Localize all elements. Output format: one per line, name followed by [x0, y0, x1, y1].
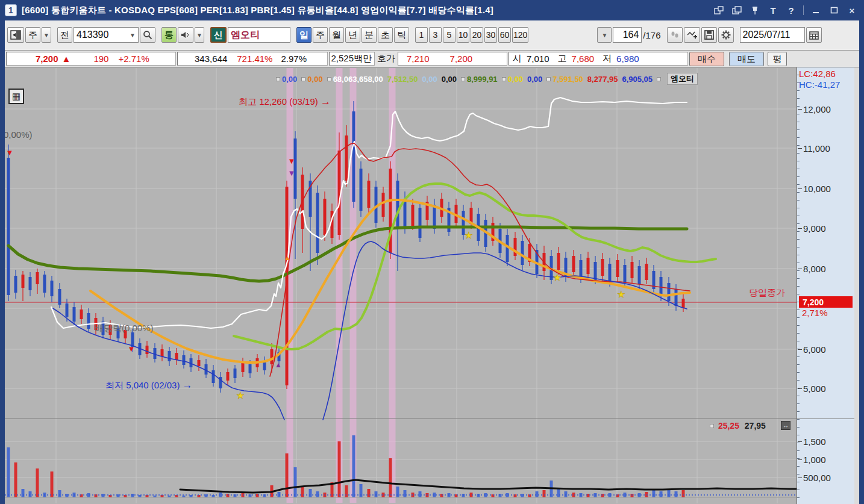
legend-value: 8,277,95: [587, 75, 618, 84]
stock-name-input[interactable]: 엠오티: [228, 27, 290, 43]
copy-window-icon[interactable]: [731, 4, 743, 16]
minute-30-button[interactable]: 30: [484, 27, 497, 43]
period-second-button[interactable]: 초: [378, 27, 393, 43]
legend-square-icon: [657, 77, 661, 81]
minute-3-button[interactable]: 3: [429, 27, 442, 43]
link-window-icon[interactable]: [713, 4, 725, 16]
candle-body: [146, 346, 149, 354]
chart-canvas[interactable]: ▼▼▼▼▲▲★★★★: [5, 67, 797, 504]
volume-bar: [352, 435, 355, 497]
tick-label: 12,000: [803, 104, 831, 114]
candle-body: [22, 275, 25, 288]
axis-tick: 11,000: [798, 143, 830, 154]
candle-body: [557, 253, 560, 270]
bar-total-label: /176: [643, 30, 660, 40]
sound-button[interactable]: [178, 27, 193, 43]
sell-button[interactable]: 매도: [729, 52, 764, 66]
search-button[interactable]: [140, 27, 155, 43]
volume-bar: [419, 491, 422, 497]
volume-value: 343,644: [195, 54, 227, 64]
titlebar[interactable]: 1 [6600] 통합키움차트 - KOSDAQ EPS[608] PER[11…: [0, 0, 864, 20]
minute-5-button[interactable]: 5: [443, 27, 455, 43]
right-strip: [854, 67, 859, 504]
minute-1-button[interactable]: 1: [415, 27, 428, 43]
volume-bar: [51, 471, 54, 497]
panel-toggle-button[interactable]: [7, 27, 24, 43]
calendar-button[interactable]: [806, 27, 822, 43]
shin-badge[interactable]: 신: [210, 27, 227, 43]
candle-body: [382, 193, 385, 217]
legend-value: 8,999,91: [467, 75, 498, 84]
volume-bar: [7, 447, 10, 497]
candle-body: [36, 272, 39, 284]
buy-button[interactable]: 매수: [689, 52, 724, 66]
legend-square-icon: [502, 77, 506, 81]
bar-count-input[interactable]: 164: [613, 27, 642, 43]
indicator-legend: 0,000,0068,063,658,007,512,500,000,008,9…: [276, 73, 698, 85]
period-year-button[interactable]: 년: [345, 27, 360, 43]
chart-marker: ★: [465, 230, 472, 240]
save-button[interactable]: [701, 27, 717, 43]
text-tool-icon[interactable]: T: [767, 4, 779, 16]
maximize-button[interactable]: [828, 4, 840, 16]
volume-expand-icon[interactable]: ↔: [781, 421, 790, 430]
footprint-button[interactable]: [667, 27, 683, 43]
prev-stock-button[interactable]: 전: [57, 27, 72, 43]
period-week-button[interactable]: 주: [313, 27, 328, 43]
settings-gear-button[interactable]: [718, 27, 734, 43]
minimize-button[interactable]: [810, 4, 822, 16]
candle-body: [682, 299, 685, 308]
sound-dropdown-icon[interactable]: ▼: [195, 27, 204, 43]
pin-icon[interactable]: [749, 4, 761, 16]
chart-marker: ★: [236, 390, 244, 400]
tick-label: 6,000: [803, 344, 826, 355]
close-button[interactable]: ×: [846, 4, 858, 16]
chart-marker: ▼: [288, 169, 296, 178]
chart-marker: ▼: [128, 344, 136, 353]
minute-120-button[interactable]: 120: [512, 27, 528, 43]
candle-body: [175, 353, 178, 360]
period-month-button[interactable]: 월: [329, 27, 344, 43]
legend-value: 0,00: [307, 75, 322, 84]
minute-20-button[interactable]: 20: [471, 27, 483, 43]
price-change-cell: 7,200 ▲ 190 +2.71%: [6, 52, 176, 66]
avg-button[interactable]: 평: [768, 52, 787, 66]
volume-value-red: 25,25: [718, 421, 739, 431]
volume-bar: [404, 490, 407, 497]
legend-square-icon: [327, 77, 331, 81]
grid-icon[interactable]: ▦: [8, 89, 24, 104]
add-indicator-button[interactable]: [684, 27, 700, 43]
axis-tick: 8,000: [798, 263, 826, 274]
hoga-cell: 7,210 7,200: [398, 52, 507, 66]
tong-button[interactable]: 통: [161, 27, 177, 43]
hc-value: HC:-41,27: [799, 79, 840, 90]
code-dropdown-icon[interactable]: ▼: [130, 32, 136, 39]
hoga-label: 호가: [377, 53, 395, 64]
volume-bar: [309, 489, 312, 497]
candle-body: [324, 199, 327, 235]
cycle-dropdown-icon[interactable]: ▼: [42, 27, 51, 43]
candle-body: [14, 276, 17, 293]
price-info-bar: 7,200 ▲ 190 +2.71% 343,644 721.41% 2.97%…: [5, 51, 859, 67]
cycle-button[interactable]: 주: [25, 27, 40, 43]
ask-price: 7,210: [407, 54, 430, 64]
volume-bar: [29, 491, 32, 497]
help-icon[interactable]: ?: [785, 4, 797, 16]
candle-body: [616, 260, 619, 277]
candle-body: [80, 310, 83, 319]
count-dropdown-icon[interactable]: ▼: [597, 27, 612, 43]
period-day-button[interactable]: 일: [296, 27, 311, 43]
volume-cell: 343,644 721.41% 2.97%: [177, 52, 328, 66]
volume-bar: [58, 490, 61, 497]
minute-10-button[interactable]: 10: [457, 27, 469, 43]
minute-60-button[interactable]: 60: [498, 27, 511, 43]
date-input[interactable]: 2025/07/11: [740, 27, 805, 43]
stock-code-input[interactable]: 413390 ▼: [74, 27, 139, 43]
period-minute-button[interactable]: 분: [362, 27, 377, 43]
chart-marker: ▲: [275, 361, 282, 369]
low-text: 최저 5,040 (02/03): [105, 380, 180, 390]
volume-bar: [601, 494, 604, 497]
period-tick-button[interactable]: 틱: [394, 27, 409, 43]
window-title: [6600] 통합키움차트 - KOSDAQ EPS[608] PER[11.8…: [22, 5, 493, 16]
candle-body: [601, 259, 604, 276]
